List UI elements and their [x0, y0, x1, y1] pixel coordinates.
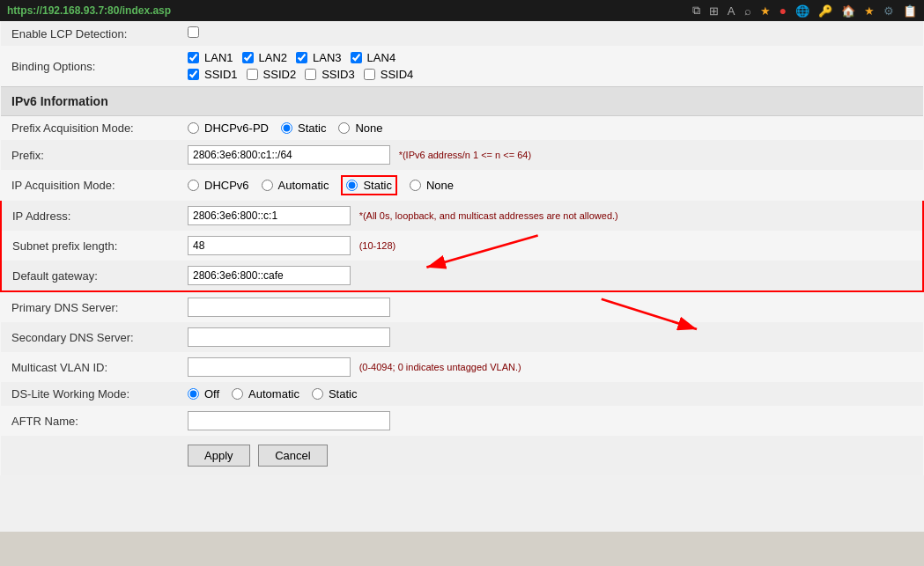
browser-icon-2[interactable]: ⊞ [709, 4, 719, 18]
ssid2-checkbox[interactable] [247, 69, 258, 80]
subnet-prefix-cell: (10-128) [177, 231, 923, 261]
ip-acquisition-radios: DHCPv6 Automatic Static None [188, 175, 913, 195]
browser-icon-4[interactable]: ⌕ [744, 4, 751, 18]
ip-dhcpv6-label: DHCPv6 [204, 179, 249, 192]
ip-acquisition-label: IP Acquisition Mode: [1, 170, 177, 201]
ip-none-radio[interactable] [410, 180, 421, 191]
ip-dhcpv6-option: DHCPv6 [188, 179, 249, 192]
binding-options-label: Binding Options: [1, 46, 177, 87]
lan4-label: LAN4 [367, 51, 396, 64]
prefix-dhcpv6pd-label: DHCPv6-PD [204, 121, 269, 135]
ds-lite-cell: Off Automatic Static [177, 382, 923, 406]
multicast-vlan-cell: (0-4094; 0 indicates untagged VLAN.) [177, 352, 923, 382]
prefix-mode-cell: DHCPv6-PD Static None [177, 116, 923, 141]
prefix-none-radio[interactable] [338, 122, 350, 134]
enable-lcp-label: Enable LCP Detection: [1, 21, 177, 46]
prefix-dhcpv6pd-radio[interactable] [188, 122, 199, 134]
lan1-label: LAN1 [204, 51, 233, 64]
ssid1-label: SSID1 [204, 68, 238, 81]
ip-acquisition-row: IP Acquisition Mode: DHCPv6 Automatic [1, 170, 923, 201]
ds-lite-row: DS-Lite Working Mode: Off Automatic [1, 382, 923, 406]
browser-address-bar: https://192.168.93.7:80/index.asp ⧉ ⊞ A … [0, 0, 924, 21]
ip-static-option: Static [341, 175, 397, 195]
ip-dhcpv6-radio[interactable] [188, 180, 199, 191]
apply-button[interactable]: Apply [188, 445, 250, 467]
page-content: Enable LCP Detection: Binding Options: L… [0, 21, 924, 532]
ssid1-option: SSID1 [188, 68, 238, 81]
browser-icon-12[interactable]: 📋 [903, 4, 917, 18]
ip-acquisition-cell: DHCPv6 Automatic Static None [177, 170, 923, 201]
ip-none-label: None [426, 179, 454, 192]
aftr-name-input[interactable] [188, 411, 390, 430]
button-spacer [1, 436, 177, 475]
ssid2-label: SSID2 [263, 68, 297, 81]
multicast-vlan-label: Multicast VLAN ID: [1, 352, 177, 382]
ds-lite-auto-radio[interactable] [232, 388, 243, 400]
ipv6-header-row: IPv6 Information [1, 87, 923, 116]
enable-lcp-row: Enable LCP Detection: [1, 21, 923, 46]
ssid3-checkbox[interactable] [305, 69, 316, 80]
primary-dns-label: Primary DNS Server: [1, 291, 177, 322]
ssid3-option: SSID3 [305, 68, 355, 81]
ds-lite-static-label: Static [329, 387, 358, 401]
ds-lite-static-radio[interactable] [312, 388, 323, 400]
lan2-option: LAN2 [242, 51, 288, 64]
ssid4-label: SSID4 [381, 68, 414, 81]
subnet-prefix-row: Subnet prefix length: (10-128) [1, 231, 923, 261]
button-row: Apply Cancel [1, 436, 923, 475]
ssid1-checkbox[interactable] [188, 69, 199, 80]
cancel-button[interactable]: Cancel [258, 445, 327, 467]
secondary-dns-cell [177, 322, 923, 352]
prefix-static-radio[interactable] [281, 122, 292, 134]
browser-icon-8[interactable]: 🔑 [818, 4, 832, 18]
lan2-label: LAN2 [259, 51, 288, 64]
ip-address-label: IP Address: [1, 201, 177, 231]
ds-lite-auto-label: Automatic [248, 387, 299, 401]
subnet-prefix-hint: (10-128) [359, 240, 396, 251]
browser-icon-3[interactable]: A [728, 4, 736, 18]
binding-options-cell: LAN1 LAN2 LAN3 LAN4 [177, 46, 923, 87]
browser-icon-10[interactable]: ★ [864, 4, 875, 18]
browser-icon-6[interactable]: ● [780, 4, 787, 18]
prefix-row: Prefix: *(IPv6 address/n 1 <= n <= 64) [1, 140, 923, 170]
lan1-checkbox[interactable] [188, 52, 199, 63]
binding-checkboxes: LAN1 LAN2 LAN3 LAN4 [188, 51, 913, 64]
primary-dns-input[interactable] [188, 298, 390, 317]
ssid4-checkbox[interactable] [364, 69, 375, 80]
ssid2-option: SSID2 [247, 68, 297, 81]
lan3-option: LAN3 [296, 51, 342, 64]
ip-address-input[interactable] [188, 206, 351, 225]
enable-lcp-cell [177, 21, 923, 46]
lan4-checkbox[interactable] [351, 52, 362, 63]
lan2-checkbox[interactable] [242, 52, 254, 63]
ssid4-option: SSID4 [364, 68, 414, 81]
enable-lcp-checkbox[interactable] [188, 26, 199, 38]
browser-icon-5[interactable]: ★ [760, 4, 771, 18]
browser-icon-9[interactable]: 🏠 [841, 4, 855, 18]
ip-static-label: Static [363, 179, 392, 192]
primary-dns-row: Primary DNS Server: [1, 291, 923, 322]
secondary-dns-row: Secondary DNS Server: [1, 322, 923, 352]
multicast-vlan-input[interactable] [188, 357, 351, 377]
prefix-static-option: Static [281, 121, 327, 135]
ip-automatic-radio[interactable] [262, 180, 273, 191]
prefix-input[interactable] [188, 145, 390, 165]
aftr-name-row: AFTR Name: [1, 406, 923, 436]
browser-icon-7[interactable]: 🌐 [795, 4, 809, 18]
lan3-checkbox[interactable] [296, 52, 307, 63]
ds-lite-off-radio[interactable] [188, 388, 199, 400]
lan4-option: LAN4 [351, 51, 396, 64]
prefix-cell: *(IPv6 address/n 1 <= n <= 64) [177, 140, 923, 170]
aftr-name-cell [177, 406, 923, 436]
page-wrapper: Enable LCP Detection: Binding Options: L… [0, 21, 924, 532]
subnet-prefix-input[interactable] [188, 236, 351, 255]
browser-icon-11[interactable]: ⚙ [883, 4, 894, 18]
ip-none-option: None [410, 179, 454, 192]
default-gateway-input[interactable] [188, 266, 351, 285]
browser-icon-1[interactable]: ⧉ [692, 4, 700, 18]
ip-static-radio[interactable] [346, 180, 358, 191]
ipv6-header: IPv6 Information [1, 87, 923, 116]
aftr-name-label: AFTR Name: [1, 406, 177, 436]
secondary-dns-input[interactable] [188, 327, 390, 347]
prefix-mode-row: Prefix Acquisition Mode: DHCPv6-PD Stati… [1, 116, 923, 141]
